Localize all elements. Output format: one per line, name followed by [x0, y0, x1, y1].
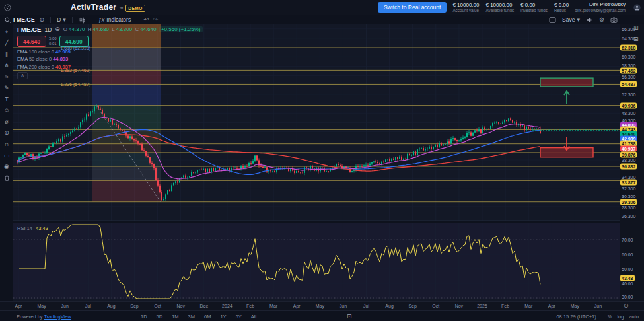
account-metric: € 10000.00Account value: [452, 2, 479, 13]
time-axis-label: May: [316, 304, 324, 308]
symbol-search-button[interactable]: FME.GE: [4, 17, 35, 24]
percent-scale-button[interactable]: %: [608, 314, 612, 320]
sell-button[interactable]: 44.640: [17, 36, 46, 47]
range-button-6m[interactable]: 6M: [204, 314, 211, 320]
text-tool-button[interactable]: T: [1, 94, 12, 104]
chevron-down-icon: ▾: [63, 17, 66, 23]
rsi-axis-label: 50.00: [622, 267, 633, 271]
user-block[interactable]: Dirk Piotrowsky dirk.piotrowsky@gmail.co…: [575, 1, 626, 13]
time-axis[interactable]: ⊙ AprMayJunJulAugSepOctNovDec2024FebMarA…: [0, 301, 644, 311]
chart-legend: FME.GE 1D ⊖ O44.370 H44.680 L43.300 C44.…: [17, 26, 204, 79]
interval-selector[interactable]: D ▾: [57, 17, 66, 23]
collapse-legend-button[interactable]: ∧: [17, 72, 28, 79]
price-axis-label: 32.300: [622, 186, 635, 190]
zoom-tool-button[interactable]: ⊕: [1, 127, 12, 138]
price-axis-label: 29.306: [620, 199, 637, 205]
visibility-tool-button[interactable]: ◉: [1, 161, 12, 172]
annotate-tool-button[interactable]: ✎: [1, 83, 12, 93]
magnet-tool-button[interactable]: ∩: [1, 139, 12, 149]
chart-style-button[interactable]: [79, 17, 86, 24]
clock[interactable]: 08:15:29 (UTC+1): [556, 314, 596, 320]
demo-badge: DEMO: [125, 5, 145, 12]
time-axis-label: Feb: [501, 304, 509, 308]
price-axis-label: 60.300: [622, 55, 635, 59]
delete-tool-button[interactable]: [1, 172, 12, 183]
bottom-bar: Powered by TradingView 1D5D1M3M6M1Y5YAll…: [0, 310, 644, 321]
rsi-value: 43.43: [36, 225, 48, 231]
collapse-sidebar-button[interactable]: [3, 3, 13, 13]
zoom-tool-icon: ⊕: [4, 130, 9, 136]
rsi-legend[interactable]: RSI 14 43.43: [17, 225, 48, 231]
range-button-5d[interactable]: 5D: [157, 314, 163, 320]
account-metrics: € 10000.00Account value€ 10000.00Availab…: [452, 2, 569, 13]
brush-tool-button[interactable]: ≈: [1, 71, 12, 82]
switch-real-account-button[interactable]: Switch to Real account: [378, 2, 447, 13]
legend-interval[interactable]: 1D: [44, 26, 52, 33]
range-button-1d[interactable]: 1D: [141, 314, 147, 320]
save-button[interactable]: Save ▾: [562, 17, 580, 23]
cursor-tool-button[interactable]: ⌖: [1, 26, 12, 37]
spread-value: 5.000.01: [49, 36, 57, 46]
range-button-all[interactable]: All: [251, 314, 256, 320]
powered-by: Powered by TradingView: [17, 314, 71, 320]
emoji-tool-button[interactable]: ☺: [1, 105, 12, 116]
text-tool-icon: T: [5, 96, 9, 102]
quote-widget: 44.640 5.000.01 44.690: [17, 36, 204, 47]
time-axis-label: Apr: [15, 304, 22, 308]
measure-tool-button[interactable]: ⌀: [1, 116, 12, 127]
price-axis-label: 39.876: [620, 151, 637, 157]
price-axis-label: 52.300: [622, 92, 635, 96]
channel-tool-icon: ∥: [5, 52, 9, 57]
channel-tool-button[interactable]: ∥: [1, 49, 12, 59]
price-axis-label: 34.300: [622, 174, 635, 179]
tradingview-link[interactable]: TradingView: [44, 314, 71, 320]
time-axis-label: May: [571, 304, 579, 308]
legend-symbol[interactable]: FME.GE: [17, 26, 41, 33]
symbol-menu-icon[interactable]: ⊖: [55, 26, 60, 32]
time-axis-label: Mar: [524, 304, 532, 308]
settings-button[interactable]: ⚙: [599, 17, 604, 23]
range-button-5y[interactable]: 5Y: [236, 314, 242, 320]
trendline-tool-button[interactable]: ╱: [1, 38, 12, 48]
indicators-button[interactable]: ƒx Indicators: [98, 17, 131, 23]
brand-name: ActivTrader: [71, 3, 116, 12]
price-axis-label: 57.462: [620, 68, 637, 74]
drawing-toolbar: ⌖╱∥⋔≈✎T☺⌀⊕∩▭◉: [0, 25, 14, 303]
indicator-row[interactable]: EMA 50 close 0 44.893: [17, 56, 204, 62]
time-axis-label: Jul: [85, 304, 91, 308]
layout-button[interactable]: [549, 17, 556, 24]
price-axis-label: 26.300: [622, 213, 635, 218]
alert-button[interactable]: [586, 17, 593, 24]
auto-scale-button[interactable]: auto: [629, 314, 639, 320]
price-axis-label: 36.882: [620, 164, 637, 170]
time-axis-label: Nov: [176, 304, 184, 308]
range-button-1y[interactable]: 1Y: [220, 314, 226, 320]
avatar[interactable]: [631, 2, 643, 13]
visibility-tool-icon: ◉: [4, 164, 9, 170]
add-symbol-button[interactable]: ⊕: [40, 17, 45, 23]
log-scale-button[interactable]: log: [617, 314, 624, 320]
fib-level-label: 1.618 (62.318): [60, 45, 90, 50]
redo-button[interactable]: ↷: [153, 17, 159, 23]
price-axis-label: 30.300: [622, 194, 635, 199]
undo-button[interactable]: ↶: [143, 17, 149, 23]
screenshot-button[interactable]: [610, 17, 618, 24]
fib-level-label: 1.382 (57.462): [60, 68, 90, 73]
timezone-icon[interactable]: ⊙: [624, 303, 629, 309]
expand-icon[interactable]: ⊡: [347, 314, 352, 320]
time-axis-label: Nov: [455, 304, 463, 308]
shapes-tool-button[interactable]: ▭: [1, 150, 12, 160]
pitchfork-tool-button[interactable]: ⋔: [1, 60, 12, 71]
range-button-1m[interactable]: 1M: [172, 314, 178, 320]
emoji-tool-icon: ☺: [3, 108, 9, 114]
chevron-left-icon: [4, 4, 11, 11]
account-metric: € 0.00Invested funds: [520, 2, 548, 13]
indicator-row[interactable]: FMA 200 close 0 40.937: [17, 64, 204, 70]
time-axis-label: Oct: [432, 304, 439, 308]
price-axis-label: 66.300: [622, 26, 635, 31]
range-button-3m[interactable]: 3M: [188, 314, 195, 320]
indicator-row[interactable]: FMA 100 close 0 42.989: [17, 49, 204, 55]
time-axis-label: Jun: [594, 304, 602, 308]
price-axis-label: 54.487: [620, 81, 637, 87]
brush-tool-icon: ≈: [5, 74, 9, 80]
